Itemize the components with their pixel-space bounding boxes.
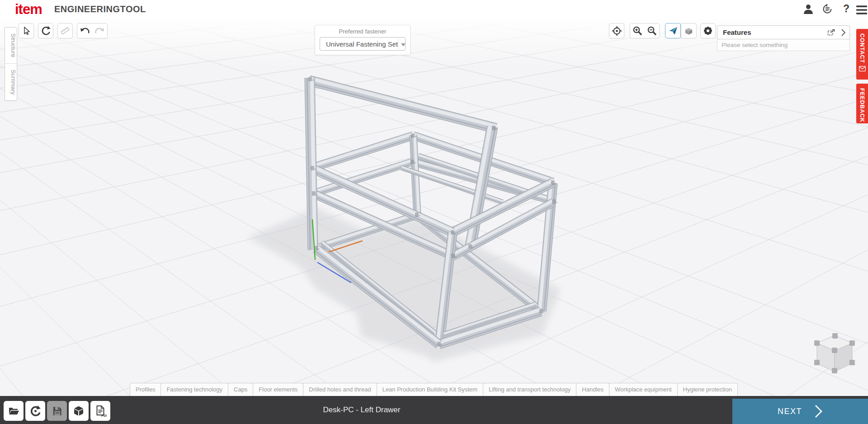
popout-icon[interactable]: [827, 29, 835, 36]
preferred-fastener-panel: Preferred fastener Universal Fastening S…: [315, 25, 410, 55]
features-empty-message: Please select something: [717, 39, 850, 51]
undo-icon[interactable]: [80, 26, 90, 35]
reset-view-button[interactable]: [38, 23, 53, 38]
fastener-value: Universal Fastening Set: [326, 40, 398, 48]
tab-floor-elements[interactable]: Floor elements: [253, 383, 303, 396]
select-cursor-button[interactable]: [19, 23, 34, 38]
account-icon[interactable]: [803, 4, 814, 14]
engineeringtool-app: item ENGINEERINGTOOL ? Structure Summary: [0, 0, 868, 424]
tab-workplace-equipment[interactable]: Workplace equipment: [609, 383, 678, 396]
3d-viewport[interactable]: Structure Summary: [0, 18, 868, 396]
zoom-group: [630, 23, 660, 38]
solid-view-button[interactable]: [681, 23, 697, 38]
view-cube[interactable]: [814, 333, 855, 373]
redo-icon[interactable]: [94, 26, 104, 35]
features-panel: Features Please select something: [717, 25, 850, 51]
undo-redo-group: [77, 23, 108, 38]
measure-ruler-icon: [60, 25, 71, 36]
item-logo[interactable]: item: [15, 1, 42, 18]
export-pdf-icon: PDF: [94, 405, 107, 417]
settings-button[interactable]: [700, 23, 716, 38]
zoom-out-icon[interactable]: [647, 26, 657, 36]
select-cursor-icon: [22, 26, 31, 35]
contact-tab[interactable]: CONTACT: [856, 29, 868, 80]
tab-caps[interactable]: Caps: [228, 383, 253, 396]
news-updates-icon[interactable]: [822, 4, 833, 14]
features-header: Features: [717, 25, 850, 39]
export-pdf-button[interactable]: PDF: [90, 401, 110, 421]
view-cube-button[interactable]: [69, 401, 89, 421]
next-button[interactable]: NEXT: [732, 399, 868, 424]
zoom-in-icon[interactable]: [632, 26, 642, 36]
fly-mode-button[interactable]: [665, 23, 681, 38]
bottom-bar: Desk-PC - Left Drawer: [0, 396, 868, 424]
open-project-button[interactable]: [4, 401, 24, 421]
tab-hygiene-protection[interactable]: Hygiene protection: [677, 383, 738, 396]
view-cube-icon: [73, 405, 85, 417]
tab-lifting-transport[interactable]: Lifting and transport technology: [483, 383, 576, 396]
measure-button[interactable]: [57, 23, 73, 38]
center-view-button[interactable]: [609, 23, 624, 38]
fastener-caret[interactable]: [398, 38, 407, 49]
tab-handles[interactable]: Handles: [576, 383, 609, 396]
open-project-icon: [8, 405, 19, 417]
category-tabs: Profiles Fastening technology Caps Floor…: [130, 383, 738, 396]
features-title: Features: [723, 28, 827, 36]
collapse-chevron-icon[interactable]: [841, 28, 846, 37]
app-title: ENGINEERINGTOOL: [54, 4, 146, 14]
tab-drilled-holes[interactable]: Drilled holes and thread: [303, 383, 377, 396]
menu-icon[interactable]: [856, 5, 867, 15]
preferred-fastener-label: Preferred fastener: [320, 28, 406, 35]
tab-profiles[interactable]: Profiles: [130, 383, 161, 396]
3d-scene[interactable]: [0, 18, 868, 396]
tab-summary[interactable]: Summary: [5, 63, 17, 101]
restore-button[interactable]: [25, 401, 45, 421]
save-button[interactable]: [47, 401, 67, 421]
reset-view-icon: [41, 26, 51, 36]
chevron-right-icon: [815, 405, 823, 418]
tab-fastening-technology[interactable]: Fastening technology: [160, 383, 228, 396]
chevron-down-icon: [401, 43, 406, 47]
feedback-tab[interactable]: FEEDBACK: [856, 84, 868, 123]
solid-view-icon: [684, 26, 694, 36]
svg-text:PDF: PDF: [101, 414, 107, 417]
left-panel-tabs: Structure Summary: [5, 27, 17, 101]
envelope-icon: [859, 66, 866, 71]
contact-tab-label: CONTACT: [859, 29, 865, 66]
top-bar: item ENGINEERINGTOOL ?: [0, 0, 868, 18]
feedback-tab-label: FEEDBACK: [859, 84, 865, 125]
settings-gear-icon: [703, 26, 713, 36]
fastener-select[interactable]: Universal Fastening Set: [320, 37, 406, 51]
center-view-icon: [612, 26, 622, 36]
restore-icon: [29, 405, 42, 417]
tab-lean-production[interactable]: Lean Production Building Kit System: [377, 383, 483, 396]
help-icon[interactable]: ?: [841, 3, 852, 14]
save-icon: [52, 405, 63, 417]
fly-mode-icon: [668, 26, 678, 36]
tab-structure[interactable]: Structure: [5, 28, 17, 63]
next-button-label: NEXT: [778, 407, 802, 416]
